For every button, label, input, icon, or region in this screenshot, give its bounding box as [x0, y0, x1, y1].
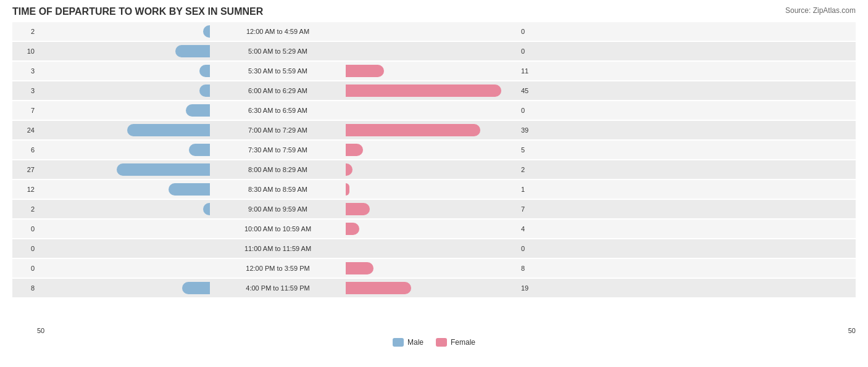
chart-row: 6 7:30 AM to 7:59 AM 5 [12, 141, 856, 159]
female-value: 7 [519, 205, 543, 213]
male-bar-container [37, 85, 210, 97]
chart-row: 0 12:00 PM to 3:59 PM 8 [12, 259, 856, 278]
female-value: 11 [519, 67, 543, 75]
male-value: 27 [12, 166, 37, 173]
female-value: 0 [519, 28, 543, 35]
female-bar-container [346, 282, 519, 294]
female-value: 0 [519, 245, 543, 252]
male-value: 3 [12, 87, 37, 94]
male-bar-container [37, 183, 210, 196]
male-bar [182, 282, 210, 294]
time-label: 12:00 AM to 4:59 AM [210, 28, 346, 35]
male-bar-container [37, 203, 210, 215]
chart-row: 0 10:00 AM to 10:59 AM 4 [12, 220, 856, 238]
female-bar-container [346, 124, 519, 136]
chart-row: 12 8:30 AM to 8:59 AM 1 [12, 180, 856, 199]
female-value: 0 [519, 47, 543, 55]
female-value: 4 [519, 225, 543, 233]
chart-row: 10 5:00 AM to 5:29 AM 0 [12, 42, 856, 60]
female-bar [346, 223, 359, 235]
legend: Male Female [12, 338, 856, 347]
chart-row: 3 6:00 AM to 6:29 AM 45 [12, 81, 856, 100]
axis-right: 50 [848, 327, 856, 334]
chart-row: 24 7:00 AM to 7:29 AM 39 [12, 121, 856, 139]
chart-row: 3 5:30 AM to 5:59 AM 11 [12, 62, 856, 80]
chart-area: 2 12:00 AM to 4:59 AM 0 10 5:00 AM to 5:… [12, 22, 856, 324]
source-text: Source: ZipAtlas.com [785, 6, 856, 15]
time-label: 8:00 AM to 8:29 AM [210, 166, 346, 173]
time-label: 9:00 AM to 9:59 AM [210, 205, 346, 213]
female-bar [346, 262, 373, 274]
female-bar-container [346, 25, 519, 38]
male-bar-container [37, 45, 210, 57]
female-value: 5 [519, 146, 543, 154]
female-bar-container [346, 65, 519, 77]
chart-container: TIME OF DEPARTURE TO WORK BY SEX IN SUMN… [0, 0, 868, 367]
male-value: 8 [12, 284, 37, 292]
male-bar [203, 203, 210, 215]
legend-female-label: Female [451, 338, 475, 347]
female-bar-container [346, 242, 519, 255]
chart-row: 7 6:30 AM to 6:59 AM 0 [12, 101, 856, 120]
legend-female: Female [436, 338, 475, 347]
female-bar [346, 144, 363, 156]
female-value: 1 [519, 186, 543, 193]
male-value: 3 [12, 67, 37, 75]
chart-row: 2 9:00 AM to 9:59 AM 7 [12, 200, 856, 218]
male-value: 0 [12, 265, 37, 272]
time-label: 5:00 AM to 5:29 AM [210, 47, 346, 55]
female-bar-container [346, 203, 519, 215]
time-label: 10:00 AM to 10:59 AM [210, 225, 346, 233]
female-bar [346, 85, 501, 97]
female-value: 39 [519, 126, 543, 134]
time-label: 6:30 AM to 6:59 AM [210, 107, 346, 114]
chart-row: 27 8:00 AM to 8:29 AM 2 [12, 160, 856, 179]
chart-row: 2 12:00 AM to 4:59 AM 0 [12, 22, 856, 41]
female-bar [346, 65, 384, 77]
female-bar [346, 163, 353, 176]
male-bar-container [37, 124, 210, 136]
female-bar-container [346, 144, 519, 156]
male-bar [186, 104, 210, 117]
axis-labels: 50 50 [37, 327, 856, 334]
female-bar-container [346, 163, 519, 176]
male-bar-container [37, 65, 210, 77]
female-bar [346, 183, 349, 196]
time-label: 7:30 AM to 7:59 AM [210, 146, 346, 154]
male-bar-container [37, 223, 210, 235]
male-value: 7 [12, 107, 37, 114]
female-value: 0 [519, 107, 543, 114]
female-value: 19 [519, 284, 543, 292]
male-bar [127, 124, 210, 136]
time-label: 8:30 AM to 8:59 AM [210, 186, 346, 193]
male-bar-container [37, 144, 210, 156]
male-value: 24 [12, 126, 37, 134]
legend-female-box [436, 338, 447, 347]
legend-male: Male [393, 338, 424, 347]
time-label: 6:00 AM to 6:29 AM [210, 87, 346, 94]
time-label: 7:00 AM to 7:29 AM [210, 126, 346, 134]
time-label: 11:00 AM to 11:59 AM [210, 245, 346, 252]
female-bar-container [346, 223, 519, 235]
male-bar [169, 183, 210, 196]
legend-male-box [393, 338, 404, 347]
axis-left: 50 [37, 327, 44, 334]
male-value: 0 [12, 225, 37, 233]
male-bar [199, 65, 210, 77]
female-value: 2 [519, 166, 543, 173]
male-bar-container [37, 25, 210, 38]
male-bar-container [37, 242, 210, 255]
male-bar-container [37, 282, 210, 294]
female-bar [346, 203, 370, 215]
male-bar [175, 45, 210, 57]
axis-row: 50 50 [12, 327, 856, 334]
female-bar-container [346, 85, 519, 97]
female-value: 8 [519, 265, 543, 272]
male-value: 6 [12, 146, 37, 154]
time-label: 5:30 AM to 5:59 AM [210, 67, 346, 75]
male-bar [189, 144, 210, 156]
legend-male-label: Male [407, 338, 424, 347]
male-value: 0 [12, 245, 37, 252]
female-bar [346, 282, 411, 294]
chart-row: 8 4:00 PM to 11:59 PM 19 [12, 279, 856, 297]
